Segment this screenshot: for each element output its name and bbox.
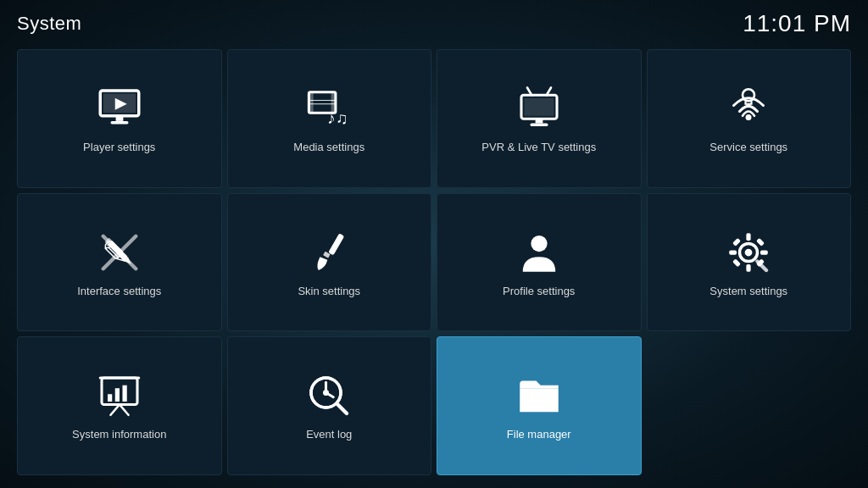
tile-system-settings[interactable]: System settings	[647, 193, 852, 332]
skin-icon	[303, 227, 354, 278]
system-info-icon	[94, 370, 145, 421]
media-icon: ♪♫	[303, 83, 354, 134]
settings-grid: Player settings ♪♫ Media settings	[0, 44, 868, 485]
svg-point-50	[323, 390, 329, 396]
svg-point-28	[745, 248, 753, 256]
svg-rect-41	[122, 385, 126, 402]
system-settings-icon	[723, 227, 774, 278]
svg-rect-34	[756, 237, 765, 246]
clock: 11:01 PM	[743, 10, 851, 37]
tile-media-settings[interactable]: ♪♫ Media settings	[227, 49, 432, 188]
tile-player-settings[interactable]: Player settings	[17, 49, 222, 188]
system-settings-label: System settings	[709, 285, 787, 298]
svg-point-16	[746, 114, 752, 120]
svg-rect-31	[730, 250, 737, 254]
interface-icon: ✎	[94, 227, 145, 278]
svg-rect-30	[747, 264, 751, 272]
svg-rect-4	[110, 121, 128, 125]
service-settings-label: Service settings	[709, 141, 787, 154]
svg-rect-6	[309, 92, 314, 114]
svg-line-43	[120, 405, 129, 415]
svg-rect-39	[108, 395, 112, 402]
app-title: System	[17, 13, 81, 35]
svg-rect-14	[535, 119, 542, 123]
tile-event-log[interactable]: Event log	[227, 336, 432, 475]
header: System 11:01 PM	[0, 0, 868, 44]
tile-service-settings[interactable]: Service settings	[647, 49, 852, 188]
svg-rect-40	[115, 389, 120, 402]
svg-rect-29	[747, 233, 751, 241]
interface-settings-label: Interface settings	[77, 285, 161, 298]
tile-profile-settings[interactable]: Profile settings	[437, 193, 642, 332]
event-log-icon	[303, 370, 354, 421]
svg-rect-33	[732, 237, 741, 246]
svg-point-27	[531, 236, 547, 252]
svg-rect-3	[115, 116, 123, 121]
media-settings-label: Media settings	[293, 141, 364, 154]
svg-rect-15	[530, 124, 548, 127]
service-icon	[723, 83, 774, 134]
svg-text:♪♫: ♪♫	[328, 109, 348, 127]
svg-rect-25	[328, 233, 344, 255]
svg-line-42	[110, 405, 120, 415]
pvr-settings-label: PVR & Live TV settings	[481, 141, 596, 154]
svg-text:✎: ✎	[102, 235, 130, 271]
tile-empty	[647, 336, 852, 475]
tile-file-manager[interactable]: File manager	[437, 336, 642, 475]
svg-rect-11	[524, 98, 554, 116]
svg-rect-32	[760, 250, 768, 254]
skin-settings-label: Skin settings	[298, 285, 360, 298]
svg-line-49	[338, 405, 348, 414]
file-manager-icon	[514, 370, 565, 421]
profile-settings-label: Profile settings	[503, 285, 575, 298]
file-manager-label: File manager	[507, 428, 571, 441]
tile-interface-settings[interactable]: ✎ Interface settings	[17, 193, 222, 332]
player-settings-label: Player settings	[83, 141, 155, 154]
event-log-label: Event log	[306, 428, 352, 441]
pvr-icon	[514, 83, 565, 134]
tile-skin-settings[interactable]: Skin settings	[227, 193, 432, 332]
system-information-label: System information	[72, 428, 166, 441]
tile-pvr-settings[interactable]: PVR & Live TV settings	[437, 49, 642, 188]
tile-system-information[interactable]: System information	[17, 336, 222, 475]
player-icon	[94, 83, 145, 134]
svg-rect-35	[732, 258, 741, 267]
profile-icon	[514, 227, 565, 278]
